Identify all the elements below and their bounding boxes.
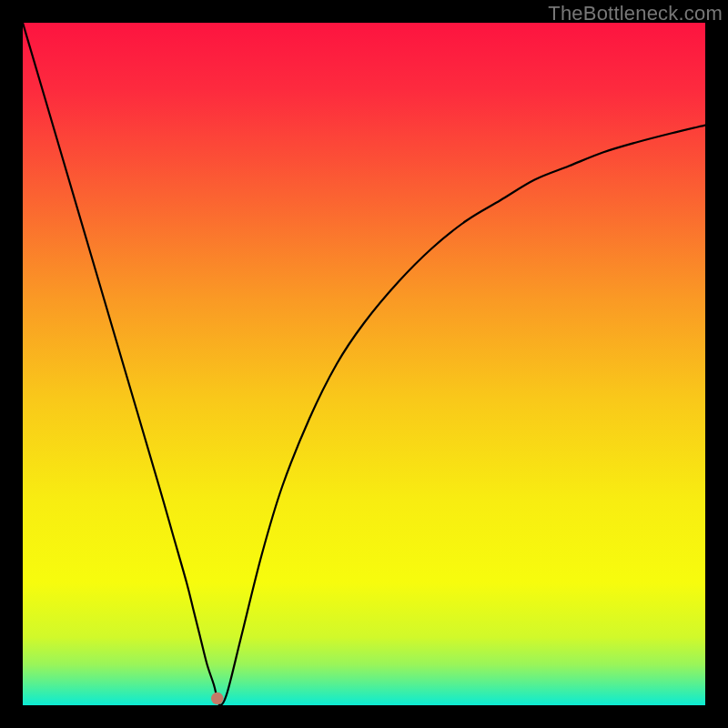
- gradient-background: [23, 23, 705, 705]
- watermark-text: TheBottleneck.com: [548, 2, 723, 25]
- chart-frame: TheBottleneck.com: [0, 0, 728, 728]
- plot-area: [23, 23, 705, 705]
- chart-svg: [23, 23, 705, 705]
- optimal-point-marker: [211, 693, 224, 705]
